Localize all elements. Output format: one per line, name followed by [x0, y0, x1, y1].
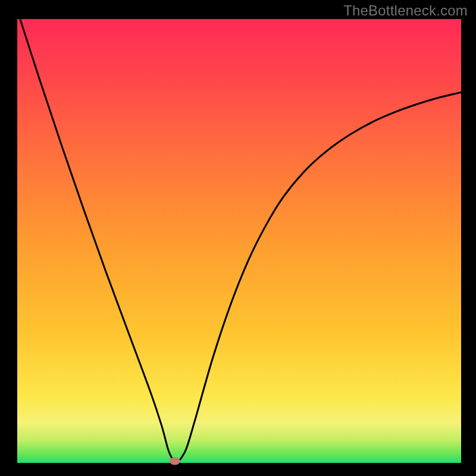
watermark-label: TheBottleneck.com [343, 2, 468, 19]
minimum-marker [170, 458, 180, 465]
chart-frame: TheBottleneck.com [0, 0, 476, 476]
bottleneck-plot [0, 0, 476, 476]
plot-background [17, 19, 461, 463]
